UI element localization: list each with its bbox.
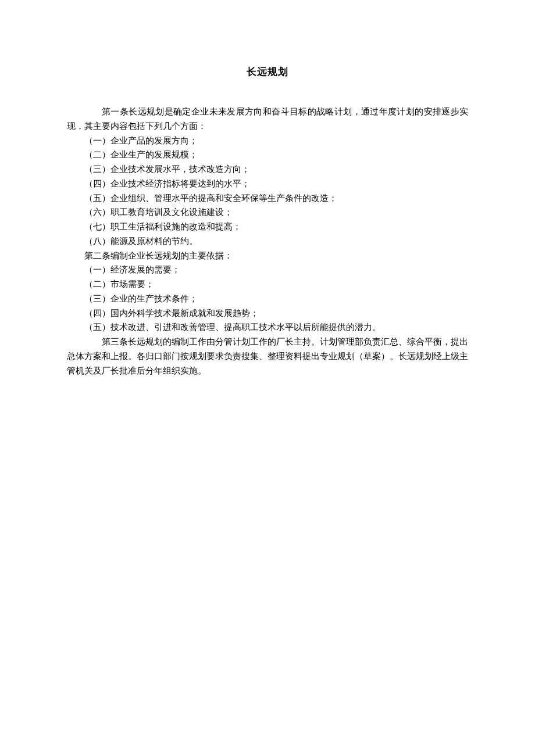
article-1-item: （五）企业组织、管理水平的提高和安全环保等生产条件的改造；: [67, 191, 468, 206]
article-1-intro: 第一条长远规划是确定企业未来发展方向和奋斗目标的战略计划，通过年度计划的安排逐步…: [67, 105, 468, 134]
article-2-item: （一）经济发展的需要；: [67, 263, 468, 277]
article-1-item: （四）企业技术经济指标将要达到的水平；: [67, 177, 468, 191]
article-2-item: （三）企业的生产技术条件；: [67, 292, 468, 306]
article-2-item: （五）技术改进、引进和改善管理、提高职工技术水平以后所能提供的潜力。: [67, 320, 468, 335]
document-title: 长远规划: [67, 64, 468, 80]
article-2-item: （二）市场需要；: [67, 277, 468, 292]
article-1-item: （三）企业技术发展水平，技术改造方向；: [67, 162, 468, 177]
article-2-intro: 第二条编制企业长远规划的主要依据：: [67, 249, 468, 263]
article-1-item: （六）职工教育培训及文化设施建设；: [67, 205, 468, 220]
article-2-item: （四）国内外科学技术最新成就和发展趋势；: [67, 306, 468, 321]
article-1-item: （一）企业产品的发展方向；: [67, 134, 468, 148]
article-3-text: 第三条长远规划的编制工作由分管计划工作的厂长主持。计划管理部负责汇总、综合平衡，…: [67, 335, 468, 378]
article-1-item: （二）企业生产的发展规模；: [67, 148, 468, 162]
article-1-item: （七）职工生活福利设施的改造和提高；: [67, 220, 468, 234]
article-1-item: （八）能源及原材料的节约。: [67, 234, 468, 249]
